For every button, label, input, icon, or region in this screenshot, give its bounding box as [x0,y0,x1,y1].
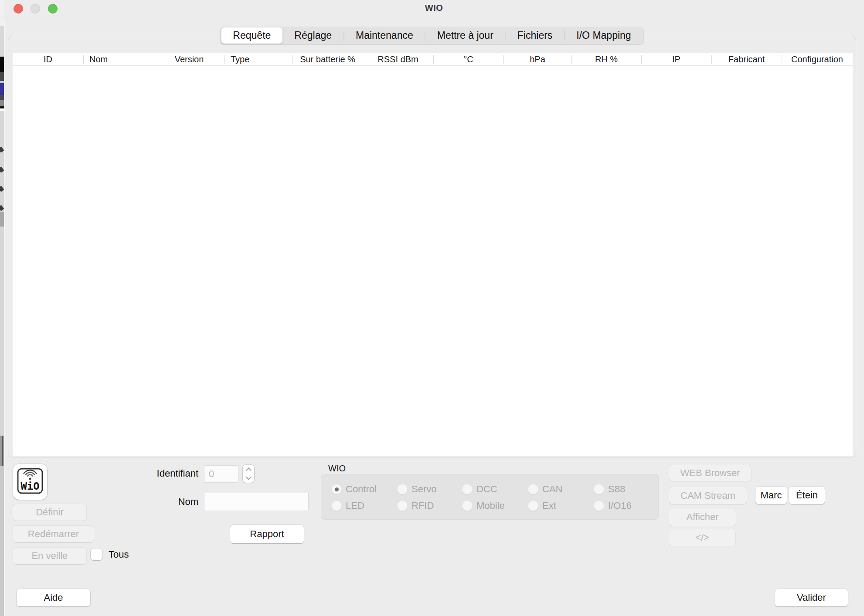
radio-servo[interactable]: Servo [397,484,436,494]
radio-icon [594,484,604,494]
radio-icon [331,501,342,511]
radio-rfid[interactable]: RFID [397,501,434,511]
wio-group-box: Control Servo DCC CAN S88 LED RFID Mobil… [321,474,659,520]
column-header-type[interactable]: Type [225,53,293,65]
device-table: ID Nom Version Type Sur batterie % RSSI … [13,53,853,456]
column-header-ip[interactable]: IP [641,53,711,65]
radio-led[interactable]: LED [331,501,364,511]
nom-input[interactable] [204,493,309,511]
radio-can[interactable]: CAN [528,484,562,494]
column-header-id[interactable]: ID [13,53,83,65]
radio-s88[interactable]: S88 [594,484,625,494]
column-header-rssi[interactable]: RSSI dBm [363,53,433,65]
radio-icon [397,501,408,511]
radio-icon [594,501,604,511]
rapport-button[interactable]: Rapport [230,525,304,543]
stepper-down-button[interactable] [243,474,254,483]
tab-fichiers[interactable]: Fichiers [506,27,565,44]
radio-ext[interactable]: Ext [528,501,556,511]
title-bar: WIO [4,0,864,22]
identifiant-label: Identifiant [131,468,198,479]
radio-io16[interactable]: I/O16 [594,501,632,511]
background-window-sliver [0,0,4,616]
tab-requete[interactable]: Requête [221,27,282,44]
radio-icon [528,501,538,511]
column-header-temperature[interactable]: °C [433,53,503,65]
tab-bar: Requête Réglage Maintenance Mettre à jou… [220,27,643,44]
table-header-row: ID Nom Version Type Sur batterie % RSSI … [13,53,853,66]
wio-app-window: { "window": { "title": "WIO" }, "tabs": … [0,0,864,616]
tous-label: Tous [109,549,129,560]
stepper-up-button[interactable] [243,465,254,474]
identifiant-input[interactable] [204,465,238,483]
radio-icon [462,484,473,494]
valider-button[interactable]: Valider [775,589,848,606]
tab-mettre-a-jour[interactable]: Mettre à jour [425,27,505,44]
column-header-version[interactable]: Version [154,53,225,65]
radio-icon-selected [331,484,342,494]
radio-icon [528,484,538,494]
wio-wifi-logo-icon: WiO [17,467,44,496]
wio-logo-button[interactable]: WiO [13,464,47,500]
web-browser-button[interactable]: WEB Browser [669,465,751,481]
aide-button[interactable]: Aide [17,589,90,606]
definir-button[interactable]: Définir [13,504,86,521]
window-title: WIO [4,3,864,13]
redemarrer-button[interactable]: Redémarrer [13,526,94,542]
table-body-empty[interactable] [13,66,853,456]
radio-icon [462,501,473,511]
column-header-batterie[interactable]: Sur batterie % [293,53,363,65]
radio-mobile[interactable]: Mobile [462,501,505,511]
afficher-button[interactable]: Afficher [669,508,736,526]
column-header-rh[interactable]: RH % [571,53,641,65]
en-veille-button[interactable]: En veille [13,548,86,564]
etein-button[interactable]: Étein [789,487,825,504]
column-header-nom[interactable]: Nom [83,53,154,65]
code-view-button[interactable]: </> [669,529,735,546]
chevron-up-icon [246,467,252,473]
svg-text:WiO: WiO [21,480,40,492]
column-header-configuration[interactable]: Configuration [782,53,853,65]
marc-button[interactable]: Marc [755,487,787,504]
tab-maintenance[interactable]: Maintenance [344,27,425,44]
nom-label: Nom [131,496,198,508]
radio-dcc[interactable]: DCC [462,484,497,494]
tous-checkbox[interactable] [91,548,102,560]
chevron-down-icon [246,474,252,480]
window-left-edge [4,0,5,616]
cam-stream-button[interactable]: CAM Stream [669,487,747,504]
column-header-fabricant[interactable]: Fabricant [711,53,782,65]
identifiant-stepper[interactable] [243,465,254,483]
wio-group-label: WIO [328,464,346,474]
tab-reglage[interactable]: Réglage [282,27,344,44]
tab-io-mapping[interactable]: I/O Mapping [565,27,643,44]
radio-icon [397,484,408,494]
column-header-hpa[interactable]: hPa [503,53,571,65]
radio-control[interactable]: Control [331,484,377,494]
